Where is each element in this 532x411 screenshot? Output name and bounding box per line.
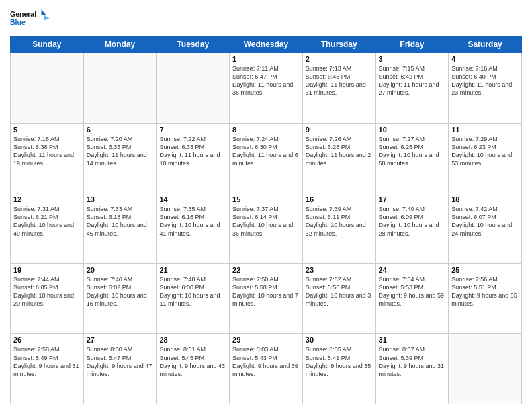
svg-marker-3 — [44, 15, 50, 21]
day-cell: 7Sunrise: 7:22 AM Sunset: 6:33 PM Daylig… — [157, 123, 230, 193]
day-info: Sunrise: 7:13 AM Sunset: 6:45 PM Dayligh… — [306, 64, 373, 97]
day-cell: 30Sunrise: 8:05 AM Sunset: 5:41 PM Dayli… — [302, 334, 375, 404]
day-info: Sunrise: 7:20 AM Sunset: 6:35 PM Dayligh… — [87, 135, 154, 168]
day-info: Sunrise: 7:42 AM Sunset: 6:07 PM Dayligh… — [451, 205, 519, 238]
day-number: 28 — [159, 336, 226, 344]
day-number: 23 — [306, 266, 373, 274]
header: GeneralBlue — [10, 7, 522, 30]
day-number: 9 — [306, 126, 373, 134]
day-info: Sunrise: 7:37 AM Sunset: 6:14 PM Dayligh… — [232, 205, 300, 238]
day-number: 20 — [87, 266, 154, 274]
day-info: Sunrise: 7:46 AM Sunset: 6:02 PM Dayligh… — [87, 275, 154, 308]
day-info: Sunrise: 7:39 AM Sunset: 6:11 PM Dayligh… — [306, 205, 373, 238]
day-info: Sunrise: 7:26 AM Sunset: 6:28 PM Dayligh… — [306, 135, 373, 168]
day-cell: 14Sunrise: 7:35 AM Sunset: 6:16 PM Dayli… — [157, 193, 230, 264]
day-info: Sunrise: 7:11 AM Sunset: 6:47 PM Dayligh… — [232, 64, 300, 97]
weekday-header-sunday: Sunday — [11, 36, 84, 53]
week-row-3: 12Sunrise: 7:31 AM Sunset: 6:21 PM Dayli… — [11, 193, 522, 264]
day-cell: 24Sunrise: 7:54 AM Sunset: 5:53 PM Dayli… — [375, 263, 449, 334]
week-row-1: 1Sunrise: 7:11 AM Sunset: 6:47 PM Daylig… — [11, 53, 522, 124]
svg-marker-2 — [42, 9, 47, 15]
day-cell: 5Sunrise: 7:18 AM Sunset: 6:38 PM Daylig… — [11, 123, 84, 193]
day-cell — [11, 53, 84, 124]
day-info: Sunrise: 7:48 AM Sunset: 6:00 PM Dayligh… — [159, 275, 226, 308]
day-info: Sunrise: 7:44 AM Sunset: 6:05 PM Dayligh… — [13, 275, 81, 308]
day-info: Sunrise: 7:31 AM Sunset: 6:21 PM Dayligh… — [13, 205, 81, 238]
day-number: 25 — [451, 266, 519, 274]
calendar-table: SundayMondayTuesdayWednesdayThursdayFrid… — [10, 36, 522, 404]
day-number: 7 — [159, 126, 226, 134]
day-info: Sunrise: 8:01 AM Sunset: 5:45 PM Dayligh… — [159, 345, 226, 378]
day-number: 14 — [159, 195, 226, 203]
day-number: 16 — [306, 195, 373, 203]
day-number: 26 — [13, 336, 81, 344]
weekday-header-wednesday: Wednesday — [230, 36, 303, 53]
day-number: 12 — [13, 195, 81, 203]
day-cell: 11Sunrise: 7:29 AM Sunset: 6:23 PM Dayli… — [449, 123, 522, 193]
day-number: 19 — [13, 266, 81, 274]
day-cell: 31Sunrise: 8:07 AM Sunset: 5:39 PM Dayli… — [375, 334, 449, 404]
day-cell: 15Sunrise: 7:37 AM Sunset: 6:14 PM Dayli… — [230, 193, 303, 264]
day-info: Sunrise: 8:05 AM Sunset: 5:41 PM Dayligh… — [306, 345, 373, 378]
day-info: Sunrise: 7:29 AM Sunset: 6:23 PM Dayligh… — [451, 135, 519, 168]
logo: GeneralBlue — [10, 7, 50, 30]
day-cell: 3Sunrise: 7:15 AM Sunset: 6:42 PM Daylig… — [375, 53, 449, 124]
day-cell: 19Sunrise: 7:44 AM Sunset: 6:05 PM Dayli… — [11, 263, 84, 334]
day-cell: 6Sunrise: 7:20 AM Sunset: 6:35 PM Daylig… — [83, 123, 157, 193]
day-info: Sunrise: 7:50 AM Sunset: 5:58 PM Dayligh… — [232, 275, 300, 308]
weekday-header-monday: Monday — [83, 36, 157, 53]
day-info: Sunrise: 7:22 AM Sunset: 6:33 PM Dayligh… — [159, 135, 226, 168]
day-number: 24 — [379, 266, 446, 274]
day-number: 18 — [451, 195, 519, 203]
day-cell: 18Sunrise: 7:42 AM Sunset: 6:07 PM Dayli… — [449, 193, 522, 264]
day-number: 8 — [232, 126, 300, 134]
day-info: Sunrise: 7:24 AM Sunset: 6:30 PM Dayligh… — [232, 135, 300, 168]
day-number: 27 — [87, 336, 154, 344]
day-number: 5 — [13, 126, 81, 134]
day-info: Sunrise: 7:18 AM Sunset: 6:38 PM Dayligh… — [13, 135, 81, 168]
weekday-header-tuesday: Tuesday — [157, 36, 230, 53]
day-number: 10 — [379, 126, 446, 134]
day-cell: 16Sunrise: 7:39 AM Sunset: 6:11 PM Dayli… — [302, 193, 375, 264]
day-info: Sunrise: 7:56 AM Sunset: 5:51 PM Dayligh… — [451, 275, 519, 308]
day-cell: 26Sunrise: 7:58 AM Sunset: 5:49 PM Dayli… — [11, 334, 84, 404]
day-cell: 1Sunrise: 7:11 AM Sunset: 6:47 PM Daylig… — [230, 53, 303, 124]
day-number: 6 — [87, 126, 154, 134]
week-row-5: 26Sunrise: 7:58 AM Sunset: 5:49 PM Dayli… — [11, 334, 522, 404]
day-number: 15 — [232, 195, 300, 203]
day-number: 30 — [306, 336, 373, 344]
weekday-header-row: SundayMondayTuesdayWednesdayThursdayFrid… — [11, 36, 522, 53]
day-cell: 8Sunrise: 7:24 AM Sunset: 6:30 PM Daylig… — [230, 123, 303, 193]
day-info: Sunrise: 7:35 AM Sunset: 6:16 PM Dayligh… — [159, 205, 226, 238]
day-number: 21 — [159, 266, 226, 274]
day-cell: 28Sunrise: 8:01 AM Sunset: 5:45 PM Dayli… — [157, 334, 230, 404]
day-cell: 13Sunrise: 7:33 AM Sunset: 6:18 PM Dayli… — [83, 193, 157, 264]
day-info: Sunrise: 8:07 AM Sunset: 5:39 PM Dayligh… — [379, 345, 446, 378]
day-info: Sunrise: 8:00 AM Sunset: 5:47 PM Dayligh… — [87, 345, 154, 378]
day-cell: 23Sunrise: 7:52 AM Sunset: 5:56 PM Dayli… — [302, 263, 375, 334]
day-cell: 20Sunrise: 7:46 AM Sunset: 6:02 PM Dayli… — [83, 263, 157, 334]
day-info: Sunrise: 7:27 AM Sunset: 6:25 PM Dayligh… — [379, 135, 446, 168]
day-info: Sunrise: 7:58 AM Sunset: 5:49 PM Dayligh… — [13, 345, 81, 378]
day-info: Sunrise: 7:52 AM Sunset: 5:56 PM Dayligh… — [306, 275, 373, 308]
day-number: 29 — [232, 336, 300, 344]
week-row-2: 5Sunrise: 7:18 AM Sunset: 6:38 PM Daylig… — [11, 123, 522, 193]
day-info: Sunrise: 7:15 AM Sunset: 6:42 PM Dayligh… — [379, 64, 446, 97]
day-number: 1 — [232, 55, 300, 63]
day-number: 3 — [379, 55, 446, 63]
svg-text:Blue: Blue — [10, 18, 26, 26]
day-cell: 2Sunrise: 7:13 AM Sunset: 6:45 PM Daylig… — [302, 53, 375, 124]
day-cell — [157, 53, 230, 124]
day-info: Sunrise: 7:40 AM Sunset: 6:09 PM Dayligh… — [379, 205, 446, 238]
day-cell: 21Sunrise: 7:48 AM Sunset: 6:00 PM Dayli… — [157, 263, 230, 334]
day-info: Sunrise: 7:16 AM Sunset: 6:40 PM Dayligh… — [451, 64, 519, 97]
day-info: Sunrise: 7:54 AM Sunset: 5:53 PM Dayligh… — [379, 275, 446, 308]
day-cell: 27Sunrise: 8:00 AM Sunset: 5:47 PM Dayli… — [83, 334, 157, 404]
day-cell — [83, 53, 157, 124]
day-number: 11 — [451, 126, 519, 134]
logo-icon: GeneralBlue — [10, 7, 50, 30]
day-cell: 22Sunrise: 7:50 AM Sunset: 5:58 PM Dayli… — [230, 263, 303, 334]
weekday-header-friday: Friday — [375, 36, 449, 53]
day-cell: 29Sunrise: 8:03 AM Sunset: 5:43 PM Dayli… — [230, 334, 303, 404]
day-info: Sunrise: 7:33 AM Sunset: 6:18 PM Dayligh… — [87, 205, 154, 238]
